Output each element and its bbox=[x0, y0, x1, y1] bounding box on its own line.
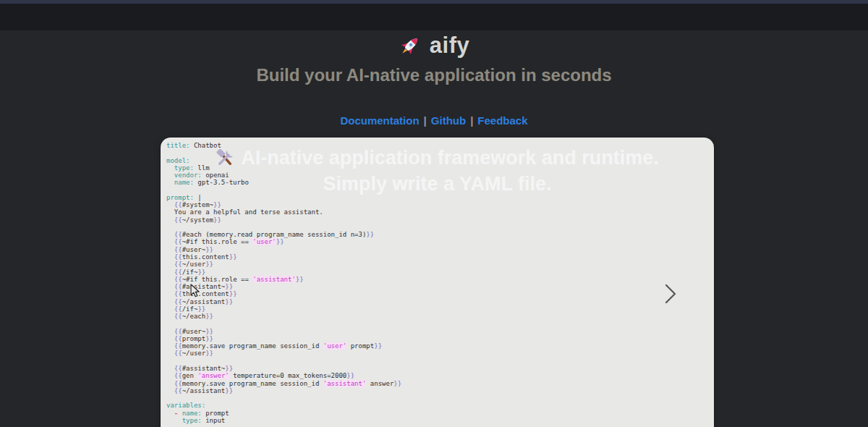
code-line bbox=[166, 224, 401, 231]
page-header: aify Build your AI-native application in… bbox=[0, 30, 868, 127]
carousel-next-button[interactable] bbox=[658, 282, 683, 307]
link-documentation[interactable]: Documentation bbox=[340, 114, 419, 127]
code-line: {{/if~}} bbox=[166, 305, 401, 313]
yaml-code: title: Chatbot model: type: llm vendor: … bbox=[166, 142, 401, 424]
code-line: {{memory.save program_name session_id 'a… bbox=[166, 380, 401, 387]
link-github[interactable]: Github bbox=[431, 114, 466, 127]
code-line: {{gen 'answer' temperature=0 max_tokens=… bbox=[166, 372, 401, 379]
code-line: {{#user~}} bbox=[166, 246, 401, 253]
top-dark-bar bbox=[0, 4, 868, 30]
code-line: {{~#if this.role == 'assistant'}} bbox=[166, 276, 401, 283]
yaml-example-panel: AI-native application framework and runt… bbox=[161, 138, 714, 427]
code-line bbox=[166, 320, 401, 327]
code-line: {{~/assistant}} bbox=[166, 387, 401, 394]
code-line: {{~/user}} bbox=[166, 261, 401, 268]
nav-separator: | bbox=[470, 114, 473, 127]
code-line: {{~/each}} bbox=[166, 313, 401, 320]
code-line: {{memory.save program_name session_id 'u… bbox=[166, 342, 401, 350]
app-title: aify bbox=[430, 33, 469, 59]
code-line: You are a helpful and terse assistant. bbox=[166, 208, 401, 216]
code-line: title: Chatbot bbox=[166, 142, 401, 149]
code-line: type: input bbox=[166, 417, 401, 424]
code-line: {{~/user}} bbox=[166, 350, 401, 357]
mouse-cursor-icon bbox=[190, 284, 200, 298]
link-feedback[interactable]: Feedback bbox=[477, 114, 527, 127]
logo-row: aify bbox=[0, 33, 868, 59]
code-line: vendor: openai bbox=[166, 172, 401, 179]
code-line: {{/if~}} bbox=[166, 269, 401, 276]
code-line bbox=[166, 394, 401, 402]
code-line: {{#assistant~}} bbox=[166, 283, 401, 290]
code-line bbox=[166, 149, 401, 156]
chevron-right-icon bbox=[663, 283, 678, 307]
code-line: {{~#if this.role == 'user'}} bbox=[166, 238, 401, 245]
code-line: type: llm bbox=[166, 164, 401, 172]
code-line: {{~/system}} bbox=[166, 216, 401, 224]
code-line: prompt: | bbox=[166, 194, 401, 201]
code-line: {{#user~}} bbox=[166, 328, 401, 335]
code-line: {{#system~}} bbox=[166, 201, 401, 208]
code-line: - name: prompt bbox=[166, 410, 401, 417]
code-line: {{this.content}} bbox=[166, 253, 401, 261]
nav-links: Documentation|Github|Feedback bbox=[0, 114, 868, 127]
code-line: {{this.content}} bbox=[166, 290, 401, 297]
code-line: name: gpt-3.5-turbo bbox=[166, 179, 401, 186]
code-line bbox=[166, 358, 401, 365]
tagline: Build your AI-native application in seco… bbox=[0, 65, 868, 85]
code-line: {{~/assistant}} bbox=[166, 298, 401, 305]
code-line: model: bbox=[166, 157, 401, 164]
code-line: {{#each (memory.read program_name sessio… bbox=[166, 231, 401, 238]
code-line: variables: bbox=[166, 402, 401, 409]
nav-separator: | bbox=[424, 114, 427, 127]
code-line: {{prompt}} bbox=[166, 335, 401, 342]
code-line: {{#assistant~}} bbox=[166, 365, 401, 372]
rocket-icon bbox=[399, 35, 421, 57]
code-line bbox=[166, 187, 401, 194]
